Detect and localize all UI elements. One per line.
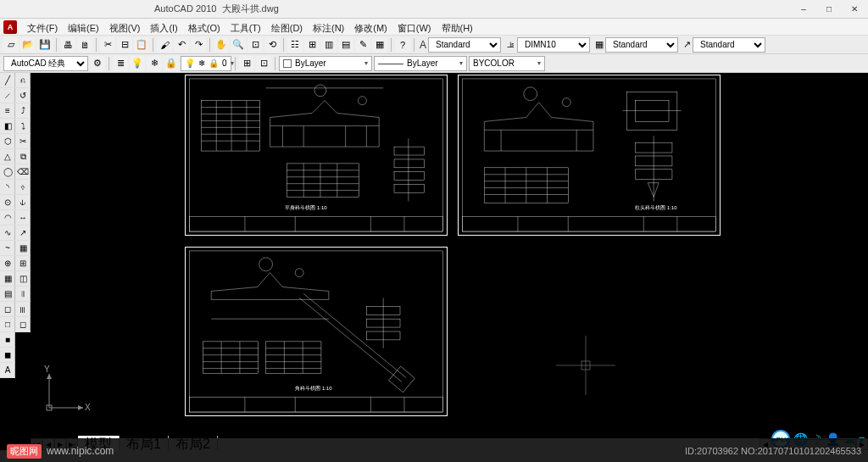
draw-tool-12-icon[interactable]: ⊕ [0, 256, 15, 271]
draw-tool-3-icon[interactable]: ◧ [0, 119, 15, 134]
layer-on-icon[interactable]: 💡 [130, 56, 145, 71]
properties-icon[interactable]: ☷ [287, 37, 303, 53]
modify-tool-9-icon[interactable]: ↔ [15, 210, 31, 225]
lineweight-combo[interactable]: BYCOLOR▾ [469, 56, 545, 71]
menu-5[interactable]: 工具(T) [225, 21, 266, 35]
zoom-previous-icon[interactable]: ⟲ [264, 37, 280, 53]
modify-tool-0-icon[interactable]: ⎌ [15, 73, 31, 88]
markup-icon[interactable]: ✎ [355, 37, 370, 53]
menu-4[interactable]: 格式(O) [183, 21, 225, 35]
draw-tool-2-icon[interactable]: ≡ [0, 103, 15, 119]
svg-point-40 [524, 87, 537, 101]
zoom-window-icon[interactable]: ⊡ [248, 37, 263, 53]
draw-tool-9-icon[interactable]: ◠ [0, 210, 15, 225]
modify-tool-8-icon[interactable]: ⫝ [15, 195, 31, 210]
sheet-set-icon[interactable]: ▤ [338, 37, 353, 53]
save-icon[interactable]: 💾 [37, 37, 53, 53]
draw-tool-7-icon[interactable]: ◝ [0, 180, 15, 195]
svg-rect-31 [394, 185, 425, 193]
layer-freeze-icon[interactable]: ❄ [147, 56, 162, 71]
modify-tool-6-icon[interactable]: ⌫ [15, 164, 31, 180]
paste-icon[interactable]: 📋 [134, 37, 149, 53]
multileader-style-select[interactable]: Standard [693, 37, 765, 53]
draw-tool-1-icon[interactable]: ⟋ [0, 88, 15, 103]
draw-tool-19-icon[interactable]: A [0, 363, 15, 378]
draw-tool-16-icon[interactable]: □ [0, 317, 15, 332]
table-style-select[interactable]: Standard [605, 37, 678, 53]
workspace-select[interactable]: AutoCAD 经典 [3, 56, 88, 71]
draw-tool-0-icon[interactable]: ╱ [0, 73, 15, 88]
modify-tool-13-icon[interactable]: ◫ [15, 271, 31, 287]
redo-icon[interactable]: ↷ [191, 37, 206, 53]
menu-1[interactable]: 编辑(E) [63, 21, 104, 35]
app-icon[interactable]: A [3, 20, 17, 34]
calc-icon[interactable]: ▦ [372, 37, 387, 53]
draw-tool-8-icon[interactable]: ⊙ [0, 195, 15, 210]
modify-tool-2-icon[interactable]: ⤴ [15, 103, 31, 119]
layer-state-icon[interactable]: ⊞ [239, 56, 254, 71]
text-style-select[interactable]: Standard [428, 37, 501, 53]
menu-10[interactable]: 帮助(H) [437, 21, 478, 35]
menu-3[interactable]: 插入(I) [145, 21, 182, 35]
menu-8[interactable]: 修改(M) [349, 21, 392, 35]
linetype-combo[interactable]: ———ByLayer▾ [374, 56, 467, 71]
modify-tool-4-icon[interactable]: ✂ [15, 134, 31, 149]
draw-tool-13-icon[interactable]: ▦ [0, 271, 15, 287]
modify-tool-7-icon[interactable]: ⎀ [15, 180, 31, 195]
menu-7[interactable]: 标注(N) [308, 21, 349, 35]
draw-tool-4-icon[interactable]: ⬡ [0, 134, 15, 149]
svg-rect-43 [627, 92, 677, 131]
modify-tool-5-icon[interactable]: ⧉ [15, 149, 31, 164]
draw-tool-17-icon[interactable]: ■ [0, 332, 15, 348]
layer-icon[interactable]: ≣ [113, 56, 128, 71]
menu-6[interactable]: 绘图(D) [266, 21, 308, 35]
menu-2[interactable]: 视图(V) [104, 21, 146, 35]
modify-tool-12-icon[interactable]: ⊞ [15, 256, 31, 271]
open-icon[interactable]: 📂 [20, 37, 36, 53]
modify-tool-16-icon[interactable]: ◻ [15, 317, 31, 332]
plot-preview-icon[interactable]: 🗎 [77, 37, 92, 53]
maximize-button[interactable]: □ [817, 2, 841, 17]
modify-tool-10-icon[interactable]: ↗ [15, 225, 31, 241]
layer-0-combo[interactable]: 💡❄🔒0▾ [181, 56, 231, 71]
menu-9[interactable]: 窗口(W) [392, 21, 437, 35]
copy-icon[interactable]: ⊟ [117, 37, 132, 53]
menu-0[interactable]: 文件(F) [22, 21, 63, 35]
svg-rect-28 [394, 147, 425, 155]
modify-tool-3-icon[interactable]: ⤵ [15, 119, 31, 134]
design-center-icon[interactable]: ⊞ [304, 37, 320, 53]
match-props-icon[interactable]: 🖌 [157, 37, 172, 53]
close-button[interactable]: ✕ [843, 2, 866, 17]
drawing-canvas[interactable]: 平身科斗栱图 1:10 柱 [31, 73, 868, 437]
help-icon[interactable]: ? [395, 37, 410, 53]
draw-tool-10-icon[interactable]: ∿ [0, 225, 15, 241]
draw-tool-18-icon[interactable]: ◼ [0, 348, 15, 363]
svg-rect-68 [389, 366, 415, 392]
svg-point-41 [562, 98, 570, 107]
modify-tool-11-icon[interactable]: ▦ [15, 241, 31, 256]
modify-tool-14-icon[interactable]: ⫴ [15, 287, 31, 302]
draw-tool-15-icon[interactable]: ◻ [0, 302, 15, 317]
dim-style-select[interactable]: DIMN10 [517, 37, 590, 53]
cut-icon[interactable]: ✂ [100, 37, 115, 53]
workspace-settings-icon[interactable]: ⚙ [90, 56, 105, 71]
pan-icon[interactable]: ✋ [214, 37, 229, 53]
undo-icon[interactable]: ↶ [174, 37, 189, 53]
new-icon[interactable]: ▱ [3, 37, 19, 53]
modify-tool-1-icon[interactable]: ↺ [15, 88, 31, 103]
draw-tool-11-icon[interactable]: ~ [0, 241, 15, 256]
layer-lock-icon[interactable]: 🔒 [164, 56, 179, 71]
dim-style-icon: ⫡ [506, 40, 515, 50]
color-combo[interactable]: ByLayer▾ [279, 56, 372, 71]
print-icon[interactable]: 🖶 [60, 37, 75, 53]
minimize-button[interactable]: – [792, 2, 815, 17]
zoom-icon[interactable]: 🔍 [231, 37, 246, 53]
draw-tool-6-icon[interactable]: ◯ [0, 164, 15, 180]
draw-tool-5-icon[interactable]: △ [0, 149, 15, 164]
layer-iso-icon[interactable]: ⊡ [256, 56, 271, 71]
svg-text:Y: Y [44, 365, 50, 374]
tool-palette-icon[interactable]: ▥ [321, 37, 337, 53]
modify-tool-15-icon[interactable]: ⫼ [15, 302, 31, 317]
draw-tool-14-icon[interactable]: ▤ [0, 287, 15, 302]
svg-rect-29 [394, 159, 425, 168]
